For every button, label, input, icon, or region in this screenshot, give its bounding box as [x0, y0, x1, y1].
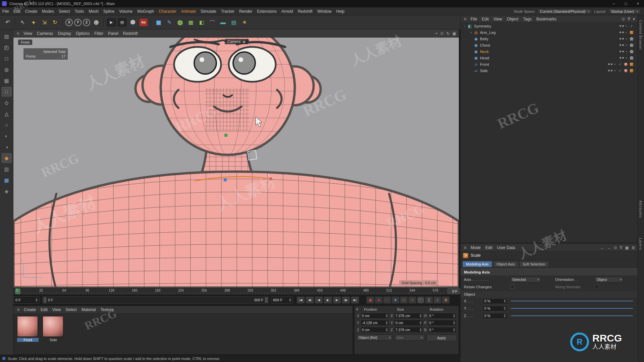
selected-point-blue[interactable] [224, 178, 227, 181]
polygons-mode-icon[interactable]: △ [2, 109, 12, 119]
menu-item[interactable]: Help [334, 7, 347, 15]
lock-icon[interactable]: ▣ [625, 245, 629, 250]
options-icon[interactable]: ▾ [633, 17, 635, 21]
coordinate-input[interactable]: 7.376 cm [394, 313, 423, 319]
viewport-menu-item[interactable]: Filter [92, 29, 106, 38]
axis-select[interactable]: Selected▾ [510, 277, 541, 283]
coordinate-input[interactable]: 0 cm [361, 313, 389, 319]
range-start-handle[interactable] [44, 297, 46, 303]
menu-item[interactable]: Extensions [255, 7, 279, 15]
render-visibility-dot[interactable] [611, 63, 612, 65]
viewport-menu-item[interactable]: Redshift [121, 29, 140, 38]
editor-visibility-dot[interactable] [620, 57, 621, 59]
materials-menu-item[interactable]: Edit [38, 306, 50, 314]
display-tag[interactable] [630, 62, 634, 66]
add-cube-icon[interactable]: ◼ [154, 17, 164, 28]
redshift-render-icon[interactable]: RS [139, 17, 149, 28]
minimize-button[interactable]: – [608, 0, 620, 7]
search-icon[interactable]: ⊙ [622, 17, 625, 21]
edge-tab[interactable]: Layers [639, 238, 642, 250]
minimal-playback-button[interactable]: ≣ [442, 296, 450, 304]
menu-item[interactable]: Edit [11, 7, 23, 15]
viewport-menu-item[interactable]: View [21, 29, 35, 38]
forward-icon[interactable]: → [607, 245, 611, 250]
object-manager-tab[interactable]: Edit [479, 15, 491, 23]
viewport-menu-item[interactable]: Options [73, 29, 92, 38]
render-picture-viewer-icon[interactable]: ▤ [117, 17, 127, 28]
search-icon[interactable]: ⊙ [614, 245, 617, 250]
object-row[interactable]: Head × [461, 55, 638, 61]
check-tag[interactable] [618, 69, 622, 73]
object-label[interactable]: Head [480, 56, 489, 60]
object-label[interactable]: Front [480, 62, 489, 66]
render-visibility-dot[interactable] [622, 25, 624, 27]
deformer-icon[interactable]: ⌒ [207, 17, 217, 28]
coordinate-input[interactable]: 0 ° [428, 320, 457, 326]
menu-item[interactable]: Redshift [296, 7, 315, 15]
light-icon[interactable]: ☀ [239, 17, 250, 28]
record-scale-button[interactable]: □ [400, 296, 408, 304]
autokey-button[interactable]: ● [375, 296, 383, 304]
panel-menu-icon[interactable]: ≡ [462, 17, 468, 21]
view-label[interactable]: Front [18, 40, 32, 45]
object-label[interactable]: Chest [480, 43, 490, 47]
menu-item[interactable]: Character [156, 7, 179, 15]
coordinate-input[interactable]: 0 cm [394, 320, 423, 326]
mode-tab[interactable]: Modeling Axis [463, 261, 492, 267]
object-label[interactable]: Side [480, 69, 488, 73]
spinner[interactable] [288, 298, 291, 302]
object-row[interactable]: Side × [461, 67, 638, 74]
back-icon[interactable]: ← [600, 245, 604, 250]
zoom-view-icon[interactable]: ⊙ [440, 31, 444, 36]
object-manager-tab[interactable]: Bookmarks [534, 15, 559, 23]
slider-value-input[interactable]: 0 % [483, 306, 507, 311]
next-key-button[interactable]: |▶ [342, 296, 350, 304]
display-tag[interactable] [630, 31, 634, 35]
panel-menu-icon[interactable]: ≡ [462, 245, 468, 250]
size-mode-select[interactable]: Size▾ [394, 335, 424, 341]
material-thumbnail[interactable] [17, 316, 38, 337]
editor-visibility-dot[interactable] [620, 32, 621, 33]
pan-view-icon[interactable]: + [435, 31, 438, 36]
enable-toggle-icon[interactable]: × [625, 24, 628, 28]
spinner[interactable] [418, 314, 422, 317]
object-row[interactable]: Chest × [461, 42, 638, 48]
orientation-select[interactable]: Object▾ [595, 277, 624, 283]
object-label[interactable]: Symmetry [474, 24, 491, 28]
edges-mode-icon[interactable]: ◇ [2, 98, 12, 108]
apply-button[interactable]: Apply [427, 335, 457, 341]
object-manager-tab[interactable]: File [468, 15, 479, 23]
menu-item[interactable]: Tools [72, 7, 86, 15]
mode-tab[interactable]: Soft Selection [519, 261, 549, 267]
menu-item[interactable]: Select [56, 7, 72, 15]
object-row[interactable]: − Symmetry × [461, 23, 638, 29]
spinner[interactable] [384, 314, 388, 317]
maximize-button[interactable]: □ [620, 0, 632, 7]
material-tag[interactable] [624, 62, 628, 66]
paint-bucket-icon[interactable]: ◆ [2, 153, 12, 163]
solo-hierarchy-icon[interactable]: ◑ [2, 142, 12, 152]
menu-item[interactable]: Arnold [279, 7, 296, 15]
make-editable-icon[interactable]: ◰ [2, 43, 12, 52]
coordinate-input[interactable]: 0 ° [428, 313, 457, 319]
record-pla-button[interactable]: ⣿ [425, 296, 433, 304]
render-settings-icon[interactable]: ☸ [128, 17, 138, 28]
attributes-tab[interactable]: User Data [495, 244, 518, 252]
expander[interactable]: − [463, 24, 467, 28]
object-manager-tab[interactable]: Object [504, 15, 521, 23]
expander[interactable]: + [469, 31, 473, 34]
coordinate-input[interactable]: 0 cm [361, 327, 389, 333]
spinner[interactable] [34, 298, 38, 302]
next-frame-button[interactable]: ▶ [333, 296, 341, 304]
material-thumbnail[interactable] [43, 316, 63, 337]
panel-menu-icon[interactable]: ≡ [15, 307, 21, 312]
menu-item[interactable]: Render [237, 7, 255, 15]
checker-tag[interactable] [630, 56, 634, 60]
object-label[interactable]: Arm_Leg [480, 31, 496, 35]
edge-tab[interactable]: Content Browser [639, 20, 642, 50]
object-row[interactable]: Neck × [461, 48, 638, 55]
slider-value-input[interactable]: 0 % [483, 298, 507, 304]
object-row[interactable]: + Arm_Leg × [461, 29, 638, 36]
along-normals-checkbox[interactable] [595, 285, 599, 289]
frame-range-slider[interactable]: 0 F 600 F [42, 296, 269, 304]
